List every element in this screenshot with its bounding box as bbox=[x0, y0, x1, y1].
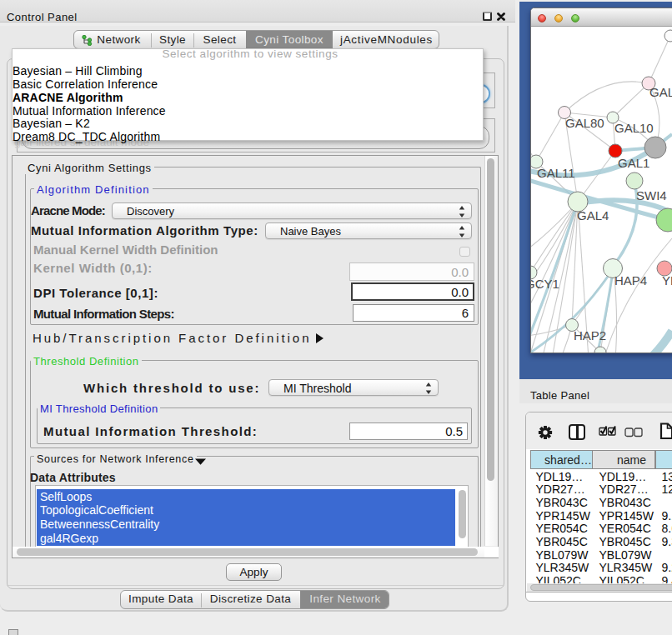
svg-text:HAP2: HAP2 bbox=[574, 328, 606, 342]
svg-text:YE: YE bbox=[662, 273, 672, 288]
svg-text:GAL10: GAL10 bbox=[614, 121, 654, 135]
svg-text:GAL11: GAL11 bbox=[537, 166, 575, 180]
svg-text:HAP4: HAP4 bbox=[614, 273, 647, 288]
svg-text:GAL1: GAL1 bbox=[618, 156, 649, 170]
svg-text:GAL80: GAL80 bbox=[565, 116, 604, 130]
svg-text:GAL4: GAL4 bbox=[577, 208, 609, 222]
svg-text:SWI4: SWI4 bbox=[636, 188, 667, 202]
svg-text:GCY1: GCY1 bbox=[531, 277, 559, 291]
svg-text:GAL7: GAL7 bbox=[649, 85, 672, 99]
